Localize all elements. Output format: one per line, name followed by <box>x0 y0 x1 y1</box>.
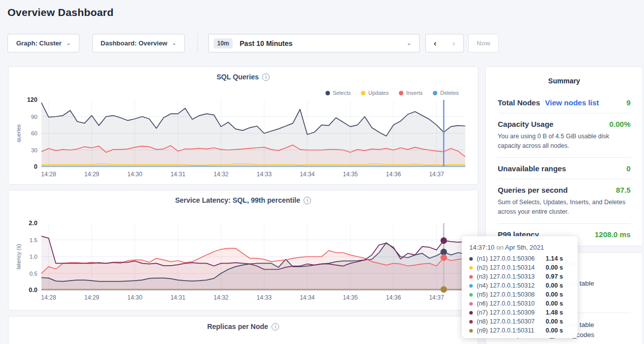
p99-latency-value: 1208.0 ms <box>595 230 631 239</box>
graph-scope-label: Graph: Cluster <box>16 39 61 47</box>
node-dot-icon <box>469 266 473 270</box>
service-latency-chart-panel: Service Latency: SQL, 99th percentilei 1… <box>8 190 478 311</box>
summary-panel: Summary Total Nodes View nodes list 9 Ca… <box>485 66 643 246</box>
svg-text:14:36: 14:36 <box>386 171 401 178</box>
page-title: Overview Dashboard <box>7 6 114 18</box>
svg-text:14:29: 14:29 <box>84 171 99 178</box>
graph-scope-dropdown[interactable]: Graph: Cluster ⌄ <box>7 34 79 52</box>
unavailable-ranges-label: Unavailable ranges <box>498 164 566 173</box>
tooltip-node-value: 0.00 s <box>546 264 563 271</box>
tooltip-node-row: (n5) 127.0.0.1:503080.00 s <box>469 290 578 299</box>
svg-text:14:30: 14:30 <box>127 294 142 301</box>
capacity-value: 0.00% <box>609 120 631 128</box>
tooltip-node-value: 0.00 s <box>546 327 563 334</box>
svg-text:14:37: 14:37 <box>429 171 444 178</box>
tooltip-node-row: (n6) 127.0.0.1:503100.00 s <box>469 299 578 308</box>
tooltip-node-row: (n2) 127.0.0.1:503140.00 s <box>469 263 578 272</box>
node-dot-icon <box>469 257 473 261</box>
svg-text:14:29: 14:29 <box>84 294 99 301</box>
svg-text:14:34: 14:34 <box>300 171 315 178</box>
qps-label: Queries per second <box>498 186 568 194</box>
svg-text:14:32: 14:32 <box>214 171 229 178</box>
summary-row-qps: Queries per second 87.5 Sum of Selects, … <box>498 179 631 224</box>
qps-value: 87.5 <box>616 186 631 194</box>
svg-text:14:30: 14:30 <box>127 171 142 178</box>
info-icon[interactable]: i <box>272 323 279 331</box>
time-next-button[interactable]: › <box>444 34 464 52</box>
node-dot-icon <box>469 293 473 297</box>
tooltip-node-name: (n6) 127.0.0.1:50310 <box>477 300 546 307</box>
tooltip-node-name: (n3) 127.0.0.1:50313 <box>477 273 546 280</box>
svg-text:14:35: 14:35 <box>343 171 358 178</box>
tooltip-timestamp: 14:37:10 on Apr 5th, 2021 <box>469 244 578 251</box>
svg-text:60: 60 <box>31 130 37 136</box>
time-range-label: Past 10 Minutes <box>240 39 293 47</box>
dashboard-dropdown[interactable]: Dashboard: Overview ⌄ <box>92 34 185 52</box>
latency-hover-tooltip: 14:37:10 on Apr 5th, 2021 (n1) 127.0.0.1… <box>462 236 578 338</box>
replicas-chart-panel: Replicas per Nodei <box>8 316 478 344</box>
node-dot-icon <box>469 311 473 315</box>
node-dot-icon <box>469 284 473 288</box>
dashboard-label: Dashboard: Overview <box>101 39 168 47</box>
tooltip-node-name: (n4) 127.0.0.1:50312 <box>477 282 546 289</box>
tooltip-node-name: (n1) 127.0.0.1:50306 <box>477 255 546 262</box>
tooltip-node-row: (n9) 127.0.0.1:503110.00 s <box>469 326 578 335</box>
summary-row-total-nodes: Total Nodes View nodes list 9 <box>498 92 631 113</box>
total-nodes-label: Total Nodes <box>498 98 540 107</box>
total-nodes-value: 9 <box>627 98 631 107</box>
node-dot-icon <box>469 320 473 324</box>
svg-text:0.5: 0.5 <box>29 271 37 277</box>
tooltip-node-row: (n4) 127.0.0.1:503120.00 s <box>469 281 578 290</box>
svg-text:14:35: 14:35 <box>343 294 358 301</box>
svg-text:0: 0 <box>34 163 37 170</box>
svg-text:14:33: 14:33 <box>257 171 272 178</box>
svg-text:120: 120 <box>27 96 37 103</box>
tooltip-node-row: (n7) 127.0.0.1:503091.48 s <box>469 308 578 317</box>
tooltip-node-value: 1.48 s <box>546 309 563 316</box>
tooltip-node-row: (n8) 127.0.0.1:503070.00 s <box>469 317 578 326</box>
tooltip-node-value: 0.00 s <box>546 282 563 289</box>
sql-queries-chart-panel: SQL Queriesi Selects Updates Inserts Del… <box>8 66 478 185</box>
unavailable-ranges-value: 0 <box>627 164 631 173</box>
svg-text:14:37: 14:37 <box>429 294 444 301</box>
view-nodes-list-link[interactable]: View nodes list <box>545 98 599 107</box>
svg-text:14:33: 14:33 <box>257 294 272 301</box>
svg-text:14:34: 14:34 <box>300 294 315 301</box>
node-dot-icon <box>469 275 473 279</box>
svg-text:1.0: 1.0 <box>29 254 37 260</box>
tooltip-node-value: 0.97 s <box>546 273 563 280</box>
tooltip-node-value: 0.00 s <box>546 318 563 325</box>
time-range-dropdown[interactable]: 10m Past 10 Minutes ⌄ <box>208 34 420 52</box>
summary-row-capacity: Capacity Usage 0.00% You are using 0 B o… <box>498 113 631 158</box>
sql-queries-chart[interactable]: 14:2814:2914:3014:3114:3214:3314:3414:35… <box>8 67 478 184</box>
svg-text:14:31: 14:31 <box>170 294 185 301</box>
svg-text:14:28: 14:28 <box>41 171 56 178</box>
tooltip-node-list: (n1) 127.0.0.1:503061.14 s(n2) 127.0.0.1… <box>469 254 578 335</box>
service-latency-chart[interactable]: 14:2814:2914:3014:3114:3214:3314:3414:35… <box>8 190 478 310</box>
qps-desc: Sum of Selects, Updates, Inserts, and De… <box>498 198 631 217</box>
time-range-badge: 10m <box>214 38 233 48</box>
svg-text:14:28: 14:28 <box>41 294 56 301</box>
svg-text:30: 30 <box>31 147 37 153</box>
svg-text:90: 90 <box>31 114 37 120</box>
time-now-button[interactable]: Now <box>468 34 499 52</box>
controls-divider <box>197 33 198 53</box>
tooltip-node-value: 0.00 s <box>546 300 563 307</box>
tooltip-node-name: (n8) 127.0.0.1:50307 <box>477 318 546 325</box>
tooltip-node-name: (n9) 127.0.0.1:50311 <box>477 327 546 334</box>
svg-text:queries: queries <box>15 124 21 142</box>
svg-text:latency (s): latency (s) <box>15 244 21 270</box>
svg-text:14:31: 14:31 <box>170 171 185 178</box>
node-dot-icon <box>469 302 473 306</box>
svg-text:1.5: 1.5 <box>29 237 37 243</box>
chevron-down-icon: ⌄ <box>172 40 176 46</box>
chevron-down-icon: ⌄ <box>66 40 70 46</box>
tooltip-node-value: 0.00 s <box>546 291 563 298</box>
tooltip-node-name: (n2) 127.0.0.1:50314 <box>477 264 546 271</box>
time-prev-button[interactable]: ‹ <box>425 34 445 52</box>
svg-text:0.0: 0.0 <box>29 287 37 294</box>
capacity-label: Capacity Usage <box>498 120 554 128</box>
svg-text:14:32: 14:32 <box>214 294 229 301</box>
summary-row-unavailable: Unavailable ranges 0 <box>498 158 631 179</box>
node-dot-icon <box>469 329 473 333</box>
